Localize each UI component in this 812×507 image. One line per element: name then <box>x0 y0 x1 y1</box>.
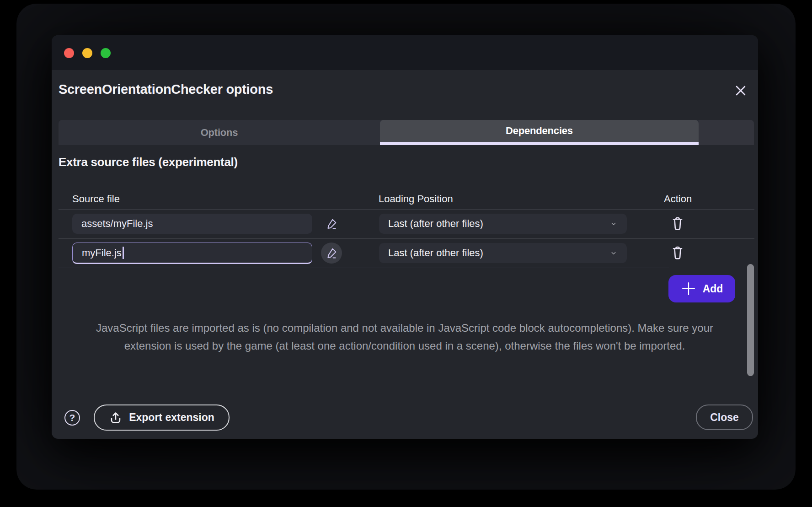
close-window-button[interactable] <box>64 48 74 58</box>
zoom-window-button[interactable] <box>101 48 111 58</box>
delete-row-button[interactable] <box>668 243 688 263</box>
source-file-value: assets/myFile.js <box>81 218 153 230</box>
column-header-action: Action <box>664 190 692 208</box>
screen: ScreenOrientationChecker options Options… <box>0 0 812 507</box>
loading-position-value: Last (after other files) <box>388 247 609 259</box>
plus-icon <box>681 281 696 297</box>
column-header-loading-position: Loading Position <box>379 190 453 208</box>
trash-icon <box>670 216 685 232</box>
tab-dependencies-label: Dependencies <box>506 125 573 137</box>
tab-dependencies[interactable]: Dependencies <box>380 120 699 145</box>
edit-source-file-button[interactable] <box>321 243 342 264</box>
loading-position-select[interactable]: Last (after other files) <box>379 243 627 263</box>
import-note-text: JavaScript files are imported as is (no … <box>94 319 716 355</box>
tab-bar: Options Dependencies <box>59 120 754 145</box>
table-row: myFile.js Last (after other files) <box>59 239 754 268</box>
window-titlebar <box>52 35 758 70</box>
close-button-label: Close <box>710 411 739 424</box>
help-button[interactable]: ? <box>64 410 80 426</box>
text-cursor <box>123 247 124 259</box>
add-button-label: Add <box>703 283 723 295</box>
loading-position-value: Last (after other files) <box>388 218 609 230</box>
chevron-down-icon <box>609 249 618 257</box>
pen-icon <box>325 247 338 259</box>
chevron-down-icon <box>609 220 618 228</box>
minimize-window-button[interactable] <box>82 48 92 58</box>
source-file-input-focused[interactable]: myFile.js <box>72 243 312 264</box>
tab-bar-filler <box>699 120 754 145</box>
export-extension-button[interactable]: Export extension <box>94 405 230 431</box>
source-file-input[interactable]: assets/myFile.js <box>72 214 312 234</box>
close-button[interactable]: Close <box>696 405 753 430</box>
page-title: ScreenOrientationChecker options <box>59 81 273 97</box>
pen-icon <box>325 217 338 230</box>
x-icon <box>734 84 748 97</box>
source-file-value: myFile.js <box>82 247 122 259</box>
add-source-file-button[interactable]: Add <box>668 275 735 302</box>
delete-row-button[interactable] <box>668 214 688 234</box>
extension-options-dialog: ScreenOrientationChecker options Options… <box>52 35 758 439</box>
table-row: assets/myFile.js Last (after other files… <box>59 210 754 239</box>
question-mark-icon: ? <box>69 412 75 423</box>
vertical-scrollbar[interactable] <box>747 264 754 376</box>
column-header-source-file: Source file <box>72 190 120 208</box>
tab-options[interactable]: Options <box>59 120 380 145</box>
export-button-label: Export extension <box>129 411 214 424</box>
close-dialog-button[interactable] <box>732 82 749 99</box>
table-bottom-divider <box>59 268 669 268</box>
trash-icon <box>670 245 685 261</box>
section-title: Extra source files (experimental) <box>59 155 238 169</box>
loading-position-select[interactable]: Last (after other files) <box>379 214 627 234</box>
tab-options-label: Options <box>201 127 238 139</box>
edit-source-file-button[interactable] <box>322 215 341 233</box>
upload-icon <box>109 411 123 425</box>
table-header-row: Source file Loading Position Action <box>59 190 754 210</box>
